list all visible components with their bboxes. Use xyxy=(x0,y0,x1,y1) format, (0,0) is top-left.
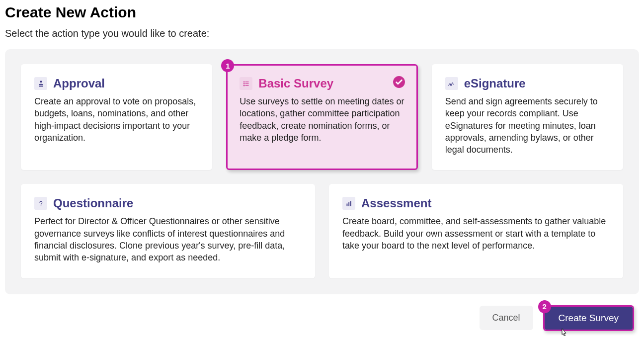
footer: Cancel 2 Create Survey xyxy=(5,305,639,331)
card-basic-survey[interactable]: 1 Basic Survey Use surveys to settle on xyxy=(226,64,417,170)
svg-rect-9 xyxy=(350,201,351,206)
step-badge-1: 1 xyxy=(221,59,234,72)
card-title: Questionnaire xyxy=(53,196,133,210)
options-panel: Approval Create an approval to vote on p… xyxy=(5,49,639,294)
chart-icon xyxy=(342,197,355,210)
card-header: eSignature xyxy=(445,77,610,90)
stamp-icon xyxy=(34,77,47,90)
signature-icon xyxy=(445,77,458,90)
svg-rect-7 xyxy=(346,203,347,206)
card-header: Basic Survey xyxy=(240,77,404,90)
card-header: Questionnaire xyxy=(34,196,302,210)
list-icon xyxy=(240,77,252,90)
svg-rect-2 xyxy=(245,82,248,82)
card-title: Approval xyxy=(53,77,105,90)
card-header: Assessment xyxy=(342,196,610,210)
check-circle-icon xyxy=(393,76,405,88)
svg-point-5 xyxy=(243,85,245,86)
card-header: Approval xyxy=(34,77,199,90)
options-row-bottom: Questionnaire Perfect for Director & Off… xyxy=(21,184,623,278)
card-desc: Use surveys to settle on meeting dates o… xyxy=(240,95,404,144)
card-questionnaire[interactable]: Questionnaire Perfect for Director & Off… xyxy=(21,184,315,278)
card-esignature[interactable]: eSignature Send and sign agreements secu… xyxy=(432,64,623,170)
card-desc: Perfect for Director & Officer Questionn… xyxy=(34,215,302,263)
question-icon xyxy=(34,197,47,210)
card-desc: Create board, committee, and self-assess… xyxy=(342,215,610,252)
svg-rect-4 xyxy=(245,83,248,84)
page-title: Create New Action xyxy=(5,4,639,21)
cursor-pointer-icon xyxy=(559,328,568,336)
subtitle: Select the action type you would like to… xyxy=(5,28,639,39)
options-row-top: Approval Create an approval to vote on p… xyxy=(21,64,623,170)
step-badge-2: 2 xyxy=(538,300,551,313)
cancel-button[interactable]: Cancel xyxy=(480,306,533,330)
card-approval[interactable]: Approval Create an approval to vote on p… xyxy=(21,64,212,170)
svg-rect-6 xyxy=(245,85,248,86)
svg-point-1 xyxy=(243,81,245,83)
card-desc: Send and sign agreements securely to kee… xyxy=(445,95,610,156)
card-assessment[interactable]: Assessment Create board, committee, and … xyxy=(329,184,623,278)
create-survey-button[interactable]: Create Survey xyxy=(545,307,633,330)
card-title: eSignature xyxy=(464,77,526,90)
svg-point-3 xyxy=(243,83,245,85)
card-title: Assessment xyxy=(361,196,431,210)
card-desc: Create an approval to vote on proposals,… xyxy=(34,95,199,144)
create-button-highlight: 2 Create Survey xyxy=(543,305,634,331)
svg-rect-8 xyxy=(348,202,349,206)
card-title: Basic Survey xyxy=(258,77,333,90)
